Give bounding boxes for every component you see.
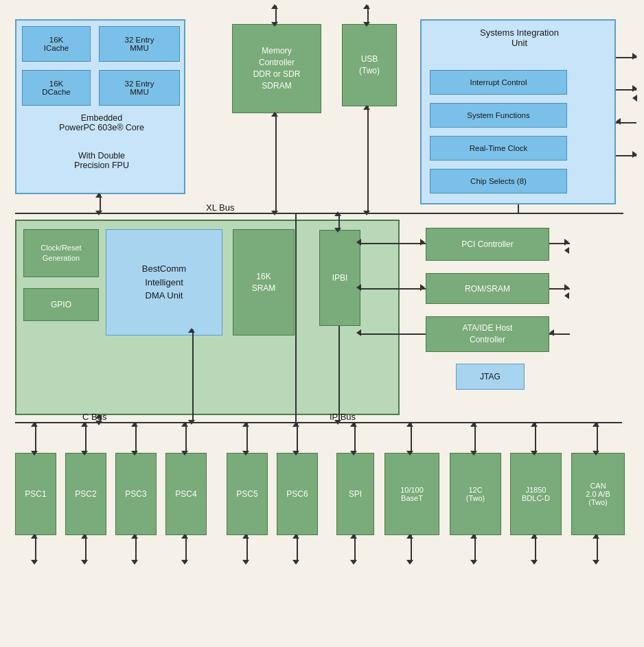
ata-label: ATA/IDE Host Controller (463, 322, 513, 346)
ethernet-block: 10/100 BaseT (384, 453, 439, 535)
xl-bus-label: XL Bus (206, 202, 234, 213)
rom-sram-label: ROM/SRAM (465, 284, 510, 294)
core-label: EmbeddedPowerPC 603e® Core (16, 113, 187, 132)
can-up (593, 422, 599, 427)
psc1-bottom-shaft (35, 535, 36, 563)
mem-top-arrowhead-up (271, 4, 278, 9)
psc1-label: PSC1 (25, 489, 46, 499)
j1850-down (531, 451, 538, 456)
mem-top-arrowhead-down (271, 22, 278, 27)
j1850-bot-down (531, 560, 538, 565)
mmu2-block: 32 Entry MMU (99, 70, 180, 106)
psc5-up (242, 422, 249, 427)
psc3-block: PSC3 (115, 453, 157, 535)
memory-controller-block: Memory Controller DDR or SDR SDRAM (232, 24, 321, 113)
psc3-down (131, 451, 138, 456)
ethernet-label: 10/100 BaseT (400, 486, 424, 502)
psc1-block: PSC1 (15, 453, 56, 535)
usb-label: USB (Two) (359, 54, 380, 77)
mmu1-block: 32 Entry MMU (99, 26, 180, 62)
siu-to-xl-shaft (518, 204, 519, 214)
spi-up (350, 422, 357, 427)
pci-block: PCI Controller (426, 228, 549, 261)
sf-left-arrowhead (632, 95, 637, 102)
interrupt-right-arrowhead (632, 53, 637, 60)
i2c-up (470, 422, 477, 427)
psc2-down (81, 451, 88, 456)
psc5-label: PSC5 (236, 489, 257, 499)
rom-ext-arrowhead-right (564, 284, 569, 291)
interrupt-control-block: Interrupt Control (430, 70, 567, 95)
icache-label: 16K ICache (44, 36, 69, 52)
i2c-bottom-shaft (474, 535, 476, 563)
chip-selects-label: Chip Selects (8) (470, 177, 527, 185)
eth-bot-down (406, 560, 413, 565)
psc4-label: PSC4 (175, 489, 196, 499)
ipbi-to-ipbus (338, 326, 340, 423)
psc3-up (131, 422, 138, 427)
psc6-bot-up (292, 534, 299, 539)
psc6-bottom-shaft (297, 535, 298, 563)
psc5-bot-up (242, 534, 249, 539)
psc4-bot-down (181, 560, 188, 565)
dcache-label: 16K DCache (42, 80, 71, 96)
mmu1-label: 32 Entry MMU (125, 36, 154, 52)
psc2-bot-up (81, 534, 88, 539)
jtag-block: JTAG (456, 364, 525, 390)
jtag-label: JTAG (480, 372, 501, 381)
psc1-bot-up (31, 534, 38, 539)
psc6-bot-down (292, 560, 299, 565)
usb-top-arrowhead-up (363, 4, 370, 9)
psc3-bus-shaft (135, 423, 137, 454)
bestcomm-bus-up (188, 328, 195, 333)
psc5-block: PSC5 (227, 453, 268, 535)
bestcomm-label: BestComm Intelligent DMA Unit (142, 262, 186, 303)
pci-ext-left-arrowhead (564, 247, 569, 254)
usb-to-xl-down (363, 211, 370, 215)
powerpc-container: 16K ICache 32 Entry MMU 16K DCache 32 En… (15, 19, 185, 194)
rtc-label: Real-Time Clock (470, 144, 528, 152)
spi-bus-shaft (354, 423, 356, 454)
c-bus-line (15, 422, 312, 423)
spi-label: SPI (349, 489, 362, 499)
ipbi-rom-line (360, 288, 426, 290)
usb-to-xl-shaft (367, 106, 369, 213)
psc6-up (292, 422, 299, 427)
sram-block: 16K SRAM (233, 229, 295, 336)
psc6-down (292, 451, 299, 456)
psc4-bottom-shaft (185, 535, 187, 563)
psc1-bot-down (31, 560, 38, 565)
psc2-block: PSC2 (65, 453, 106, 535)
psc1-bus-shaft (35, 423, 36, 454)
psc2-label: PSC2 (75, 489, 96, 499)
eth-bottom-shaft (411, 535, 412, 563)
psc3-bottom-shaft (135, 535, 137, 563)
rtc-left-arrowhead (616, 118, 621, 125)
rtc-block: Real-Time Clock (430, 136, 567, 161)
siu-container: Systems IntegrationUnit Interrupt Contro… (420, 19, 616, 204)
interrupt-control-label: Interrupt Control (470, 78, 527, 86)
psc2-bot-down (81, 560, 88, 565)
block-diagram: { "title": "MPC5200 Block Diagram", "blo… (0, 0, 644, 647)
spi-block: SPI (336, 453, 374, 535)
pci-ext-arrowhead (564, 239, 569, 246)
psc3-bot-up (131, 534, 138, 539)
rom-ext-arrowhead-left (564, 292, 569, 299)
ipbi-to-ipbus-down (334, 420, 341, 425)
siu-title: Systems IntegrationUnit (422, 27, 617, 48)
can-block: CAN 2.0 A/B (Two) (571, 453, 625, 535)
mem-to-xl-shaft (275, 113, 277, 213)
memory-controller-label: Memory Controller DDR or SDR SDRAM (253, 45, 301, 91)
can-down (593, 451, 599, 456)
ata-block: ATA/IDE Host Controller (426, 316, 549, 352)
psc5-bot-down (242, 560, 249, 565)
psc6-label: PSC6 (286, 489, 308, 499)
ipbi-rom-left-arrowhead (356, 284, 361, 291)
mmu2-label: 32 Entry MMU (125, 80, 154, 96)
psc5-bus-shaft (246, 423, 248, 454)
psc2-up (81, 422, 88, 427)
j1850-bot-up (531, 534, 538, 539)
c-bus-label: C Bus (82, 412, 106, 422)
bestcomm-bus-down (188, 420, 195, 425)
psc5-down (242, 451, 249, 456)
